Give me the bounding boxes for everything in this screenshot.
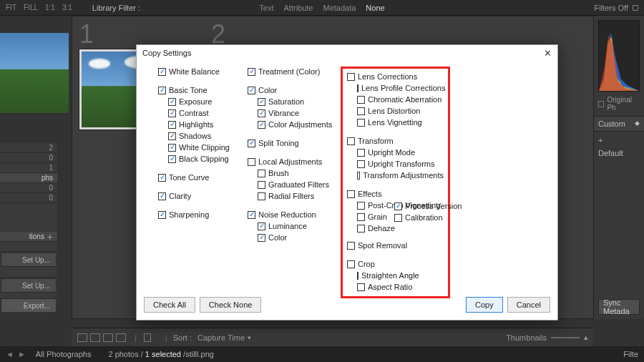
ratio-3-1[interactable]: 3:1	[62, 4, 72, 11]
right-panel-fragment: Original Ph Custom ◆ + Default Sync Meta…	[594, 16, 644, 319]
highlighted-group: Lens Corrections Lens Profile Correction…	[341, 67, 450, 298]
library-filter-label: Library Filter :	[92, 4, 140, 12]
toolbar-dropdown-icon[interactable]: ▴	[584, 333, 588, 342]
chk-dehaze[interactable]: Dehaze	[357, 223, 444, 233]
check-none-button[interactable]: Check None	[200, 297, 262, 313]
chk-radial-filters[interactable]: Radial Filters	[258, 191, 333, 201]
view-mode-icon[interactable]	[77, 333, 87, 342]
chk-spot-removal[interactable]: Spot Removal	[347, 240, 419, 250]
row-count[interactable]: 0	[0, 183, 57, 193]
chk-color[interactable]: Color	[248, 85, 333, 95]
chk-upright-mode[interactable]: Upright Mode	[357, 147, 444, 157]
filter-tab-none[interactable]: None	[366, 4, 384, 12]
source-label[interactable]: All Photographs	[36, 350, 92, 358]
chk-white-clipping[interactable]: White Clipping	[168, 142, 240, 152]
original-photo-checkbox[interactable]: Original Ph	[598, 96, 640, 112]
dialog-title: Copy Settings	[142, 49, 191, 57]
chk-color-adjustments[interactable]: Color Adjustments	[258, 119, 333, 129]
copy-settings-dialog: Copy Settings ✕ White Balance Basic Tone…	[136, 44, 558, 321]
chk-graduated-filters[interactable]: Graduated Filters	[258, 180, 333, 190]
nav-forward-icon[interactable]: ►	[18, 350, 26, 358]
thumbnail-partial[interactable]	[0, 33, 69, 113]
chk-transform[interactable]: Transform	[347, 136, 444, 146]
chk-split-toning[interactable]: Split Toning	[248, 138, 333, 148]
ratio-1-1[interactable]: 1:1	[45, 4, 55, 11]
view-mode-icon[interactable]	[116, 333, 126, 342]
filter-pill[interactable]: Filte	[623, 350, 638, 358]
chk-lens-vignetting[interactable]: Lens Vignetting	[357, 117, 444, 127]
chk-contrast[interactable]: Contrast	[168, 108, 240, 118]
chk-calibration[interactable]: Calibration	[394, 212, 462, 222]
phs-header[interactable]: phs	[0, 173, 57, 183]
row-count[interactable]: 1	[0, 163, 57, 173]
painter-icon[interactable]	[144, 333, 151, 342]
export-button[interactable]: Export...	[1, 298, 57, 313]
setup-button-1[interactable]: Set Up...	[1, 253, 57, 267]
photo-count: 2 photos /	[108, 350, 142, 358]
tions-header[interactable]: tions +	[0, 232, 57, 242]
thumb-size-slider[interactable]	[551, 337, 580, 338]
preset-default[interactable]: Default	[594, 146, 644, 160]
left-panel-fragment: 2 0 1 phs 0 0 tions + Set Up... Set Up..…	[0, 143, 57, 313]
chk-transform-adjustments[interactable]: Transform Adjustments	[357, 170, 444, 180]
chk-noise-reduction[interactable]: Noise Reduction	[248, 210, 333, 220]
fill-label[interactable]: FILL	[24, 4, 38, 11]
cancel-button[interactable]: Cancel	[507, 297, 550, 313]
chk-clarity[interactable]: Clarity	[158, 191, 240, 201]
row-count[interactable]: 0	[0, 153, 57, 163]
filter-tab-attribute[interactable]: Attribute	[284, 4, 313, 12]
filters-off-label[interactable]: Filters Off	[595, 4, 628, 12]
chk-shadows[interactable]: Shadows	[168, 131, 240, 141]
sort-value[interactable]: Capture Time	[197, 333, 245, 342]
chk-effects[interactable]: Effects	[347, 189, 444, 199]
filter-tab-metadata[interactable]: Metadata	[323, 4, 356, 12]
lock-icon[interactable]	[633, 5, 638, 11]
histogram	[598, 20, 640, 92]
chk-lens-profile[interactable]: Lens Profile Corrections	[357, 83, 444, 93]
row-empty	[0, 268, 57, 278]
chk-local-adjustments[interactable]: Local Adjustments	[248, 157, 333, 167]
copy-button[interactable]: Copy	[466, 297, 503, 313]
chk-white-balance[interactable]: White Balance	[158, 67, 240, 77]
chk-straighten-angle[interactable]: Straighten Angle	[357, 270, 419, 280]
sort-arrow-icon[interactable]: ▾	[248, 334, 251, 341]
chk-process-version[interactable]: Process Version	[394, 201, 462, 211]
chk-highlights[interactable]: Highlights	[168, 119, 240, 129]
chk-lens-corrections[interactable]: Lens Corrections	[347, 72, 444, 82]
chk-brush[interactable]: Brush	[258, 168, 333, 178]
library-filter-bar: FIT FILL 1:1 3:1 Library Filter : Text A…	[0, 0, 644, 16]
chk-basic-tone[interactable]: Basic Tone	[158, 85, 240, 95]
chk-tone-curve[interactable]: Tone Curve	[158, 172, 240, 182]
chk-exposure[interactable]: Exposure	[168, 97, 240, 107]
setup-button-2[interactable]: Set Up...	[1, 278, 57, 293]
chk-crop[interactable]: Crop	[347, 259, 419, 269]
close-icon[interactable]: ✕	[544, 48, 552, 59]
chk-upright-transforms[interactable]: Upright Transforms	[357, 159, 444, 169]
chk-luminance[interactable]: Luminance	[258, 221, 333, 231]
row-count[interactable]: 0	[0, 193, 57, 203]
preset-custom[interactable]: Custom ◆	[594, 116, 644, 132]
filter-tab-text[interactable]: Text	[259, 4, 273, 12]
chk-saturation[interactable]: Saturation	[258, 97, 333, 107]
chk-sharpening[interactable]: Sharpening	[158, 210, 240, 220]
add-preset[interactable]: +	[594, 134, 644, 146]
chk-aspect-ratio[interactable]: Aspect Ratio	[357, 282, 419, 292]
nav-back-icon[interactable]: ◄	[6, 350, 14, 358]
chk-black-clipping[interactable]: Black Clipping	[168, 154, 240, 164]
plus-icon[interactable]: +	[44, 233, 53, 241]
chk-chromatic-aberration[interactable]: Chromatic Aberration	[357, 94, 444, 104]
view-mode-icon[interactable]	[90, 333, 100, 342]
filename: stilll.png	[185, 350, 214, 358]
row-empty	[0, 242, 57, 252]
filmstrip-status: ◄ ► All Photographs 2 photos / 1 selecte…	[0, 346, 644, 362]
chk-nr-color[interactable]: Color	[258, 233, 333, 243]
chk-lens-distortion[interactable]: Lens Distortion	[357, 106, 444, 116]
chk-treatment[interactable]: Treatment (Color)	[248, 67, 333, 77]
view-mode-icon[interactable]	[103, 333, 113, 342]
cell-index-1: 1	[79, 19, 94, 49]
chk-vibrance[interactable]: Vibrance	[258, 108, 333, 118]
row-count[interactable]: 2	[0, 143, 57, 153]
check-all-button[interactable]: Check All	[144, 297, 195, 313]
fit-label[interactable]: FIT	[6, 4, 16, 11]
sync-metadata-button[interactable]: Sync Metada	[598, 299, 640, 315]
